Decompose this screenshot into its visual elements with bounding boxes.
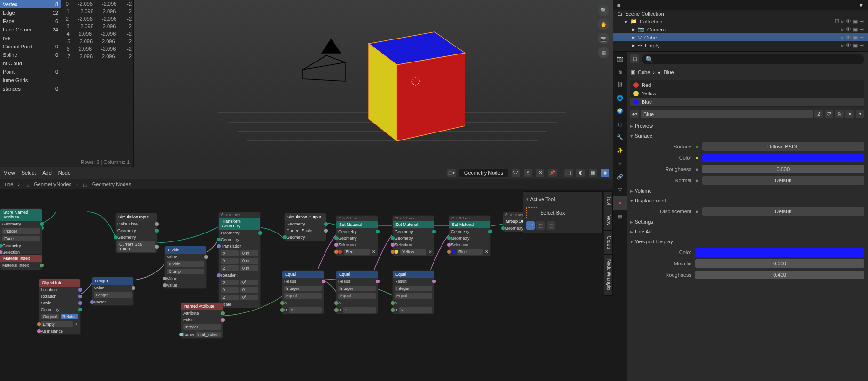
- tab-texture[interactable]: ▦: [613, 210, 627, 223]
- selectable-icon[interactable]: ▹: [841, 26, 844, 32]
- visibility-icon[interactable]: 👁: [846, 18, 851, 24]
- tab-render[interactable]: 📷: [613, 52, 627, 65]
- material-slot[interactable]: Blue: [630, 98, 864, 106]
- node-value[interactable]: Current Sca 1.000: [117, 241, 155, 252]
- material-browse-icon[interactable]: ●▾: [630, 110, 639, 118]
- domain-row[interactable]: Point0: [0, 68, 61, 76]
- domain-row[interactable]: Vertex8: [0, 0, 61, 8]
- tab-output[interactable]: 🖨: [613, 65, 627, 78]
- camera-icon[interactable]: 📷: [598, 33, 609, 44]
- domain-row[interactable]: Face Corner24: [0, 25, 61, 34]
- section-lineart[interactable]: Line Art: [630, 227, 864, 237]
- disable-icon[interactable]: ⊟: [860, 26, 864, 32]
- node-value[interactable]: 0: [289, 307, 322, 313]
- visibility-icon[interactable]: 👁: [846, 34, 851, 40]
- selectable-icon[interactable]: ▹: [841, 42, 844, 48]
- snap-icon[interactable]: ⬚: [564, 169, 573, 177]
- tab-data[interactable]: ▽: [613, 183, 627, 196]
- node-link-icon[interactable]: ●: [695, 178, 698, 183]
- node-value[interactable]: 1: [343, 307, 376, 313]
- node-dropdown[interactable]: Equal: [338, 293, 376, 299]
- node-link-icon[interactable]: ●: [695, 166, 698, 172]
- zoom-icon[interactable]: 🔍: [598, 5, 609, 16]
- tab-constraints[interactable]: 🔗: [613, 170, 627, 183]
- node-dropdown[interactable]: Divide: [167, 261, 204, 267]
- overlay3-icon[interactable]: ◉: [601, 169, 609, 177]
- props-pin-icon[interactable]: ⬚: [630, 54, 639, 63]
- tab-view[interactable]: 🖼: [613, 78, 627, 91]
- material-picker[interactable]: Yellow: [400, 249, 426, 255]
- tab-scene[interactable]: 🌐: [613, 91, 627, 104]
- metallic-slider[interactable]: 0.000: [695, 259, 864, 268]
- material-users-count[interactable]: 2: [814, 110, 823, 118]
- menu-select[interactable]: Select: [22, 170, 36, 176]
- node-dropdown[interactable]: Equal: [284, 293, 322, 299]
- tab-material[interactable]: ●: [613, 196, 627, 210]
- node-material-index[interactable]: Material Index Material Index: [0, 254, 42, 269]
- 3d-viewport[interactable]: 🔍 ✋ 📷 ▦: [134, 0, 613, 167]
- close-icon[interactable]: ✕: [372, 249, 376, 254]
- node-length[interactable]: Length Value Length Vector: [92, 277, 134, 306]
- section-viewport[interactable]: Viewport Display: [630, 237, 864, 247]
- disable-icon[interactable]: ⊟: [860, 42, 864, 48]
- render-icon[interactable]: ▣: [853, 26, 858, 32]
- domain-row[interactable]: Face6: [0, 17, 61, 25]
- node-setmat-2[interactable]: ⏱ < 0.1 ms Set Material Geometry Geometr…: [392, 215, 434, 256]
- breadcrumb-item[interactable]: Geometry Nodes: [92, 181, 131, 187]
- material-slot[interactable]: Yellow: [630, 89, 864, 98]
- tab-object[interactable]: ▢: [613, 117, 627, 131]
- disable-icon[interactable]: ⊟: [860, 18, 864, 24]
- roughness-slider[interactable]: 0.500: [702, 165, 864, 173]
- material-picker[interactable]: Blue: [457, 249, 483, 255]
- table-row[interactable]: 2-2.096-2.096-2: [63, 15, 132, 23]
- props-search-input[interactable]: [642, 54, 864, 64]
- domain-row[interactable]: rve: [0, 34, 61, 42]
- close-icon[interactable]: ✕: [75, 322, 78, 327]
- outliner-item[interactable]: ▸📷Camera▹👁▣⊟: [613, 25, 868, 33]
- unlink-material-icon[interactable]: ✕: [845, 110, 854, 118]
- tab-world[interactable]: 🌍: [613, 104, 627, 117]
- node-value[interactable]: 0 m: [240, 250, 258, 256]
- tool-panel-header[interactable]: Active Tool: [526, 194, 599, 204]
- node-dropdown[interactable]: Integer: [2, 228, 40, 234]
- node-value[interactable]: 0 m: [240, 258, 258, 264]
- node-equal-1[interactable]: Equal Result Integer Equal A B0: [282, 270, 324, 314]
- node-dropdown[interactable]: Equal: [395, 293, 432, 299]
- nodetree-type-icon[interactable]: ⬚▾: [447, 169, 456, 177]
- node-toggle[interactable]: Relative: [61, 314, 78, 319]
- breadcrumb-item[interactable]: ube: [5, 181, 13, 187]
- menu-node[interactable]: Node: [58, 170, 70, 176]
- side-tab-tool[interactable]: Tool: [604, 191, 613, 210]
- select-mode-1[interactable]: ⬚: [526, 221, 535, 230]
- domain-row[interactable]: lume Grids: [0, 76, 61, 85]
- node-dropdown[interactable]: Integer: [183, 324, 221, 330]
- table-row[interactable]: 42.096-2.096-2: [63, 30, 132, 38]
- section-settings[interactable]: Settings: [630, 217, 864, 227]
- tab-particles[interactable]: ✨: [613, 144, 627, 157]
- overlay2-icon[interactable]: ▦: [589, 169, 597, 177]
- normal-value[interactable]: Default: [702, 176, 864, 185]
- node-dropdown[interactable]: Integer: [338, 286, 376, 291]
- node-canvas[interactable]: Group Input Geometry Store Named Attribu…: [0, 189, 613, 381]
- node-value[interactable]: 0°: [240, 295, 258, 300]
- table-row[interactable]: 72.0962.096-2: [63, 53, 132, 60]
- surface-shader[interactable]: Diffuse BSDF: [702, 142, 864, 151]
- visibility-icon[interactable]: 👁: [846, 42, 851, 48]
- table-row[interactable]: 0-2.096-2.096-2: [63, 0, 132, 8]
- node-dropdown[interactable]: Integer: [395, 286, 432, 291]
- node-dropdown[interactable]: Length: [94, 292, 132, 298]
- tab-physics[interactable]: ⚛: [613, 157, 627, 170]
- filter-icon[interactable]: ≡: [617, 2, 620, 8]
- domain-row[interactable]: Edge12: [0, 8, 61, 17]
- grid-icon[interactable]: ▦: [598, 47, 609, 58]
- disable-icon[interactable]: ⊟: [860, 34, 864, 40]
- nodetree-name[interactable]: Geometry Nodes: [459, 169, 508, 177]
- node-equal-2[interactable]: Equal Result Integer Equal A B1: [336, 270, 378, 314]
- table-row[interactable]: 52.0962.096-2: [63, 38, 132, 45]
- node-checkbox[interactable]: Clamp: [167, 269, 204, 274]
- side-tab-view[interactable]: View: [604, 210, 613, 231]
- fake-user-icon[interactable]: 🛡: [825, 110, 833, 118]
- node-value[interactable]: 0 m: [240, 265, 258, 271]
- section-surface[interactable]: Surface: [630, 131, 864, 141]
- material-menu-icon[interactable]: ▾: [856, 110, 864, 118]
